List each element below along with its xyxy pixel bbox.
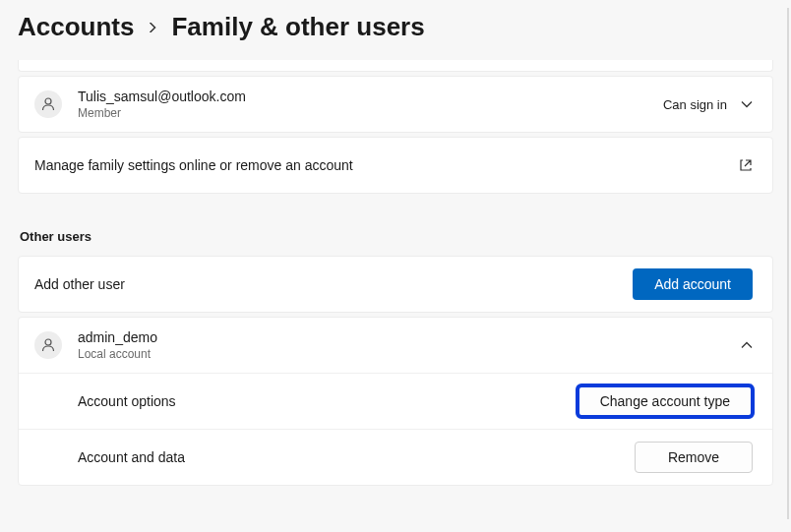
breadcrumb-parent[interactable]: Accounts <box>18 12 134 42</box>
family-user-role: Member <box>78 106 663 120</box>
chevron-down-icon[interactable] <box>741 98 753 110</box>
svg-point-1 <box>45 339 51 345</box>
account-data-label: Account and data <box>78 449 635 465</box>
chevron-right-icon <box>148 19 157 36</box>
family-user-status: Can sign in <box>663 97 727 112</box>
add-account-button[interactable]: Add account <box>633 268 753 300</box>
breadcrumb-current: Family & other users <box>171 12 424 42</box>
chevron-up-icon[interactable] <box>741 339 753 351</box>
add-other-user-card: Add other user Add account <box>18 256 773 313</box>
open-external-icon <box>739 158 753 172</box>
other-user-name: admin_demo <box>78 329 741 345</box>
breadcrumb: Accounts Family & other users <box>0 0 791 60</box>
manage-family-link-text: Manage family settings online or remove … <box>34 157 739 173</box>
account-options-row: Account options Change account type <box>19 373 772 429</box>
card-partial <box>18 60 773 72</box>
other-user-expanded-card: admin_demo Local account Account options… <box>18 317 773 486</box>
remove-button[interactable]: Remove <box>635 442 753 473</box>
svg-point-0 <box>45 98 51 104</box>
family-user-email: Tulis_samsul@outlook.com <box>78 89 663 104</box>
account-options-label: Account options <box>78 393 578 409</box>
person-icon <box>34 90 62 118</box>
other-user-type: Local account <box>78 347 741 361</box>
add-other-user-label: Add other user <box>34 276 633 292</box>
person-icon <box>34 331 62 359</box>
account-data-row: Account and data Remove <box>19 429 772 485</box>
family-user-card[interactable]: Tulis_samsul@outlook.com Member Can sign… <box>18 76 773 133</box>
scrollbar[interactable] <box>787 8 789 519</box>
other-users-heading: Other users <box>18 198 773 256</box>
change-account-type-button[interactable]: Change account type <box>578 385 753 417</box>
manage-family-link-card[interactable]: Manage family settings online or remove … <box>18 137 773 194</box>
other-user-header-row[interactable]: admin_demo Local account <box>19 318 772 373</box>
